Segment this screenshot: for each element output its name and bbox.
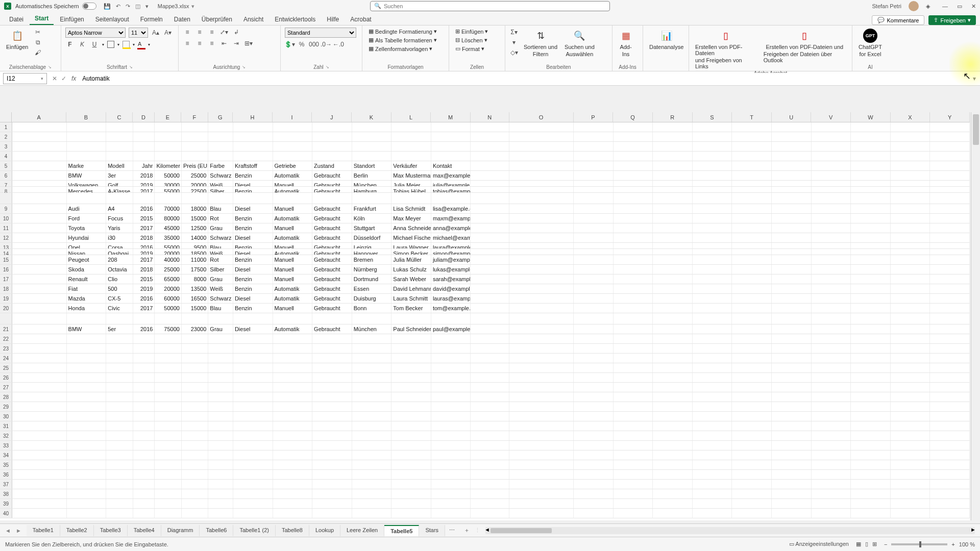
- delete-cells-button[interactable]: ⊟Löschen▾: [453, 36, 490, 44]
- cell[interactable]: [614, 284, 653, 293]
- redo-icon[interactable]: ↷: [126, 3, 130, 10]
- cell[interactable]: [509, 284, 574, 293]
- cell[interactable]: [509, 233, 574, 242]
- cell[interactable]: Benzin: [233, 274, 273, 284]
- cell[interactable]: [891, 304, 930, 313]
- cell[interactable]: A-Klasse: [106, 187, 133, 192]
- row-header[interactable]: 34: [0, 450, 12, 460]
- cell[interactable]: Gebraucht: [312, 171, 352, 180]
- cell[interactable]: [772, 249, 812, 255]
- cell[interactable]: 20000: [155, 249, 181, 255]
- cell[interactable]: [133, 344, 155, 353]
- cell[interactable]: [851, 223, 891, 233]
- cell[interactable]: [12, 171, 67, 180]
- cell[interactable]: [208, 441, 233, 450]
- indent-decrease-icon[interactable]: ⇤: [219, 39, 229, 48]
- cell[interactable]: [509, 142, 574, 151]
- cell[interactable]: [67, 142, 107, 151]
- cell[interactable]: Gebraucht: [312, 265, 352, 274]
- cell[interactable]: [391, 354, 431, 363]
- cell[interactable]: [732, 249, 772, 255]
- cell[interactable]: [67, 480, 107, 489]
- cell[interactable]: Automatik: [273, 171, 313, 180]
- cell[interactable]: Lisa Schmidt: [391, 204, 431, 213]
- cell[interactable]: [851, 304, 891, 313]
- cell[interactable]: [509, 294, 574, 303]
- cell[interactable]: [851, 431, 891, 440]
- cell[interactable]: [509, 265, 574, 274]
- cell[interactable]: [574, 223, 614, 233]
- cell[interactable]: [352, 450, 392, 460]
- cell[interactable]: Anna Schneider: [391, 223, 431, 233]
- cell[interactable]: [930, 402, 970, 411]
- cell[interactable]: [891, 450, 930, 460]
- cell[interactable]: [693, 187, 732, 192]
- cell[interactable]: [930, 294, 970, 303]
- cell[interactable]: [352, 470, 392, 479]
- cell[interactable]: [208, 421, 233, 431]
- cell[interactable]: Benzin: [233, 223, 273, 233]
- cell[interactable]: [772, 354, 812, 363]
- cell[interactable]: [574, 383, 614, 392]
- cell[interactable]: [930, 204, 970, 213]
- cell[interactable]: [653, 412, 693, 421]
- cell[interactable]: [106, 460, 133, 469]
- cell[interactable]: [155, 421, 181, 431]
- underline-button[interactable]: U: [90, 40, 99, 49]
- cell[interactable]: Julia Meier: [391, 181, 431, 186]
- cell[interactable]: [891, 470, 930, 479]
- cell[interactable]: [352, 354, 392, 363]
- cell[interactable]: [133, 142, 155, 151]
- cell[interactable]: [812, 265, 851, 274]
- cell[interactable]: [614, 460, 653, 469]
- cell[interactable]: 30000: [155, 181, 181, 186]
- cell[interactable]: [732, 489, 772, 498]
- cell[interactable]: Manuell: [273, 274, 313, 284]
- cell[interactable]: [732, 223, 772, 233]
- cell[interactable]: [891, 489, 930, 498]
- cell[interactable]: [851, 480, 891, 489]
- cell[interactable]: [851, 392, 891, 402]
- cell[interactable]: [772, 243, 812, 248]
- cell[interactable]: [233, 373, 273, 382]
- cell[interactable]: 3er: [106, 171, 133, 180]
- cell[interactable]: [233, 383, 273, 392]
- cell[interactable]: Hamburg: [352, 187, 392, 192]
- underline-dropdown-icon[interactable]: ▾: [102, 42, 104, 47]
- cell[interactable]: [693, 421, 732, 431]
- row-header[interactable]: 9: [0, 204, 12, 213]
- cell[interactable]: [133, 373, 155, 382]
- cell[interactable]: 75000: [155, 324, 181, 334]
- cell[interactable]: [772, 265, 812, 274]
- cell[interactable]: [732, 412, 772, 421]
- cell[interactable]: Gebraucht: [312, 324, 352, 334]
- cell[interactable]: [155, 489, 181, 498]
- name-box[interactable]: I12 ▾: [3, 73, 47, 84]
- align-right-icon[interactable]: ≡: [207, 39, 216, 48]
- cell[interactable]: [182, 313, 208, 324]
- cell[interactable]: [391, 122, 431, 132]
- cell[interactable]: [208, 142, 233, 151]
- cell[interactable]: Gebraucht: [312, 181, 352, 186]
- cell[interactable]: [509, 204, 574, 213]
- addins-button[interactable]: ▦ Add- Ins: [617, 28, 635, 58]
- cell[interactable]: [930, 132, 970, 141]
- cell[interactable]: [851, 274, 891, 284]
- cell[interactable]: [233, 354, 273, 363]
- cell[interactable]: [12, 402, 67, 411]
- cell[interactable]: juliam@example.com: [431, 255, 471, 264]
- cell[interactable]: [574, 193, 614, 204]
- cell[interactable]: [891, 460, 930, 469]
- cell[interactable]: [67, 193, 107, 204]
- cell[interactable]: Diesel: [233, 181, 273, 186]
- cell[interactable]: 70000: [155, 204, 181, 213]
- cell[interactable]: [693, 142, 732, 151]
- autosave-toggle[interactable]: [82, 3, 96, 10]
- cell[interactable]: [509, 450, 574, 460]
- cell[interactable]: Tobias Hübel: [391, 187, 431, 192]
- scroll-right-icon[interactable]: ►: [970, 527, 976, 533]
- cell[interactable]: [614, 223, 653, 233]
- column-header[interactable]: R: [653, 112, 693, 122]
- cell[interactable]: [614, 187, 653, 192]
- cell[interactable]: [471, 324, 509, 334]
